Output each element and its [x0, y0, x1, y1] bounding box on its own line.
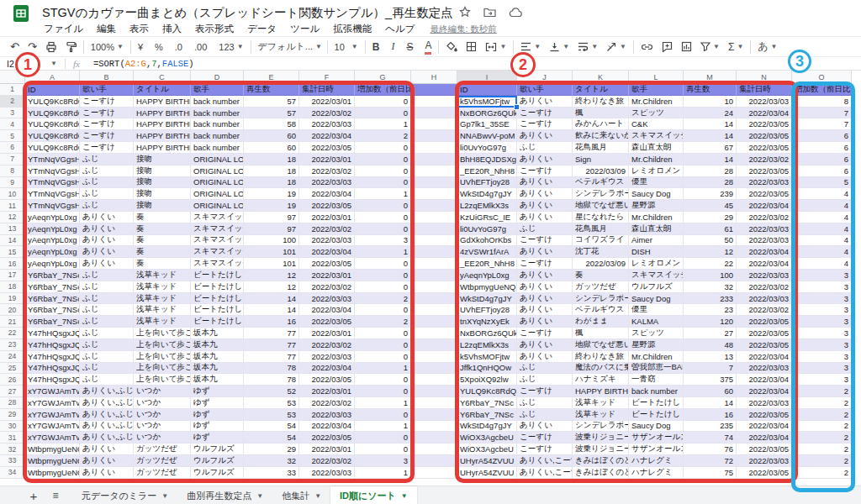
cell-K22[interactable]: 楓: [573, 328, 629, 339]
cell-B20[interactable]: ふじ: [80, 304, 134, 316]
cell-F8[interactable]: 2022/03/02: [299, 165, 355, 177]
cell-H4[interactable]: [411, 118, 457, 130]
merge-cells-icon[interactable]: [485, 38, 497, 56]
cell-D3[interactable]: back number: [191, 108, 244, 119]
zoom-select[interactable]: 100%▼: [91, 38, 124, 56]
cell-G25[interactable]: 1: [355, 363, 411, 375]
cell-E11[interactable]: 19: [244, 200, 299, 212]
cell-M21[interactable]: 120: [684, 316, 737, 328]
text-wrap-icon[interactable]: [578, 38, 589, 56]
cell-B9[interactable]: ふじ: [80, 177, 134, 189]
cell-A15[interactable]: yAeqnYpL0xg: [25, 246, 80, 258]
cell-A25[interactable]: Y47hHQsgxJQ: [25, 363, 80, 375]
cell-C12[interactable]: 奏: [134, 212, 191, 223]
sheets-logo-icon[interactable]: [12, 4, 30, 26]
cell-E19[interactable]: 14: [244, 293, 299, 305]
cell-J16[interactable]: こーすけ: [517, 258, 573, 270]
cell-K18[interactable]: ガッツだぜ: [573, 281, 629, 293]
menu-item[interactable]: 拡張機能: [326, 23, 378, 35]
cell-D32[interactable]: ウルフルズ: [191, 444, 244, 455]
cell-B10[interactable]: ふじ: [80, 188, 134, 200]
cell-N8[interactable]: 2022/03/05: [737, 165, 792, 177]
cell-O30[interactable]: 2: [792, 421, 852, 433]
cell-D13[interactable]: スキマスイッチ: [191, 223, 244, 235]
cell-D10[interactable]: ORIGINAL LOVI: [191, 188, 244, 200]
column-header-E[interactable]: E: [244, 71, 299, 84]
cell-K6[interactable]: 花鳥風月: [573, 142, 629, 154]
cell-F28[interactable]: 2022/03/02: [299, 397, 355, 409]
cell-C23[interactable]: 上を向いて歩こ: [134, 339, 191, 351]
cell-G19[interactable]: 2: [355, 293, 411, 305]
cell-I28[interactable]: Y6RbaY_7NSc: [457, 397, 517, 409]
cell-M18[interactable]: 32: [684, 281, 737, 293]
cell-C10[interactable]: 接吻: [134, 188, 191, 200]
cell-O8[interactable]: 6: [792, 165, 852, 177]
cell-D22[interactable]: 坂本九: [191, 328, 244, 339]
row-header-30[interactable]: 30: [0, 421, 25, 433]
cell-B14[interactable]: ありくい: [80, 235, 134, 247]
cell-K29[interactable]: 浅草キッド: [573, 409, 629, 421]
cell-D15[interactable]: スキマスイッチ: [191, 246, 244, 258]
cell-E4[interactable]: 58: [244, 118, 299, 130]
cell-H10[interactable]: [411, 188, 457, 200]
cell-N17[interactable]: 2022/03/03: [737, 270, 792, 281]
cell-A14[interactable]: yAeqnYpL0xg: [25, 235, 80, 247]
column-header-C[interactable]: C: [134, 71, 191, 84]
decrease-decimal-button[interactable]: .0: [175, 38, 182, 56]
row-header-1[interactable]: 1: [0, 84, 25, 96]
cell-L20[interactable]: 優里: [629, 304, 684, 316]
cell-E22[interactable]: 77: [244, 328, 299, 339]
row-header-5[interactable]: 5: [0, 130, 25, 142]
cell-A8[interactable]: YTmNqVGgsHA: [25, 165, 80, 177]
cell-L15[interactable]: DISH: [629, 246, 684, 258]
cell-L5[interactable]: スキマスイッチ: [629, 130, 684, 142]
cell-C28[interactable]: いつか: [134, 397, 191, 409]
cell-M8[interactable]: 28: [684, 165, 737, 177]
cell-H18[interactable]: [411, 281, 457, 293]
cell-L18[interactable]: ウルフルズ: [629, 281, 684, 293]
cell-G16[interactable]: 0: [355, 258, 411, 270]
cell-M10[interactable]: 239: [684, 188, 737, 200]
borders-icon[interactable]: [466, 38, 477, 56]
cell-I15[interactable]: 4zVSWr1fArA: [457, 246, 517, 258]
row-header-19[interactable]: 19: [0, 293, 25, 305]
cell-D12[interactable]: スキマスイッチ: [191, 212, 244, 223]
row-header-11[interactable]: 11: [0, 200, 25, 212]
cell-M7[interactable]: 14: [684, 154, 737, 165]
cell-O27[interactable]: 2: [792, 386, 852, 397]
menu-item[interactable]: ツール: [283, 23, 326, 35]
cell-E15[interactable]: 101: [244, 246, 299, 258]
redo-icon[interactable]: ↷: [28, 38, 37, 56]
cell-B26[interactable]: ふじ: [80, 374, 134, 386]
cell-B30[interactable]: ありくい,ふじ: [80, 421, 134, 433]
cell-M1[interactable]: 再生数: [684, 84, 737, 96]
cell-E21[interactable]: 16: [244, 316, 299, 328]
filter-icon[interactable]: [700, 38, 710, 56]
row-header-32[interactable]: 32: [0, 444, 25, 455]
format-currency-button[interactable]: ¥: [138, 38, 143, 56]
row-header-12[interactable]: 12: [0, 212, 25, 223]
cell-D21[interactable]: ビートたけし: [191, 316, 244, 328]
cell-C18[interactable]: 浅草キッド: [134, 281, 191, 293]
cell-N6[interactable]: 2022/03/05: [737, 142, 792, 154]
cell-B1[interactable]: 歌い手: [80, 84, 134, 96]
cell-G22[interactable]: 0: [355, 328, 411, 339]
cell-N25[interactable]: 2022/03/03: [737, 363, 792, 375]
cell-D34[interactable]: ウルフルズ: [191, 467, 244, 479]
cell-D18[interactable]: ビートたけし: [191, 281, 244, 293]
cell-E12[interactable]: 97: [244, 212, 299, 223]
cell-K33[interactable]: きみはぼくのと: [573, 455, 629, 467]
cell-H26[interactable]: [411, 374, 457, 386]
row-header-25[interactable]: 25: [0, 363, 25, 375]
cell-L16[interactable]: レミオロメン: [629, 258, 684, 270]
cell-D14[interactable]: スキマスイッチ: [191, 235, 244, 247]
cell-L13[interactable]: 森山直太朗: [629, 223, 684, 235]
cell-K17[interactable]: 奏: [573, 270, 629, 281]
cell-I19[interactable]: WkStD4g7gJY: [457, 293, 517, 305]
cell-D17[interactable]: ビートたけし: [191, 270, 244, 281]
cell-K21[interactable]: わがまま: [573, 316, 629, 328]
cell-D23[interactable]: 坂本九: [191, 339, 244, 351]
cell-B15[interactable]: ありくい: [80, 246, 134, 258]
sheet-tab-menu-icon[interactable]: ▼: [256, 492, 263, 500]
cell-L1[interactable]: 歌手: [629, 84, 684, 96]
